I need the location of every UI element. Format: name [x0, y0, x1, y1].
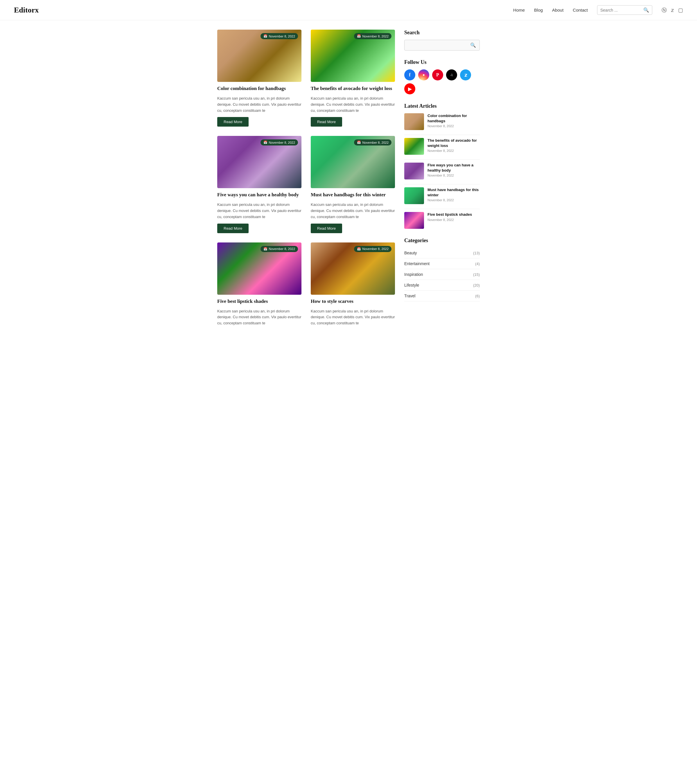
divider-3	[404, 209, 480, 209]
latest-thumb-4	[404, 212, 424, 229]
site-logo: Editorx	[14, 6, 39, 15]
latest-article-item-4: Five best lipstick shades November 8, 20…	[404, 212, 480, 229]
facebook-header-icon[interactable]: Ⓝ	[662, 7, 667, 14]
category-item-1[interactable]: Entertainment (4)	[404, 259, 480, 269]
latest-info-2: Five ways you can have a healthy body No…	[427, 163, 480, 177]
latest-articles-list: Color combination for handbags November …	[404, 113, 480, 229]
article-image-1: 📅 November 8, 2022	[217, 30, 302, 82]
twitter-icon[interactable]: 𝕫	[460, 69, 471, 81]
article-excerpt-5: Kaccum san pericula usu an, in pri dolor…	[217, 308, 302, 326]
category-count-1: (4)	[475, 262, 480, 266]
read-more-button-2[interactable]: Read More	[311, 117, 342, 127]
article-date-5: November 8, 2022	[269, 247, 295, 250]
category-item-3[interactable]: Lifestyle (20)	[404, 280, 480, 291]
nav-blog[interactable]: Blog	[534, 8, 543, 13]
content-area: 📅 November 8, 2022 Color combination for…	[217, 30, 395, 326]
article-excerpt-1: Kaccum san pericula usu an, in pri dolor…	[217, 96, 302, 114]
article-date-6: November 8, 2022	[363, 247, 389, 250]
instagram-icon[interactable]: ●	[418, 69, 429, 81]
latest-info-1: The benefits of avocado for weight loss …	[427, 138, 480, 152]
site-header: Editorx Home Blog About Contact 🔍 Ⓝ 𝕫 ▢	[0, 0, 697, 20]
youtube-icon[interactable]: ▶	[404, 83, 415, 94]
calendar-icon: 📅	[264, 247, 267, 251]
category-label-3: Lifestyle	[404, 283, 419, 287]
sidebar-latest-section: Latest Articles Color combination for ha…	[404, 103, 480, 229]
latest-article-item-1: The benefits of avocado for weight loss …	[404, 138, 480, 155]
latest-thumb-0	[404, 113, 424, 130]
article-date-badge-1: 📅 November 8, 2022	[260, 33, 298, 39]
sidebar: Search 🔍 Follow Us f ● P ♫ 𝕫 ▶ Latest Ar…	[404, 30, 480, 326]
article-card-3: 📅 November 8, 2022 Five ways you can hav…	[217, 136, 302, 233]
article-date-2: November 8, 2022	[363, 35, 389, 38]
sidebar-categories-title: Categories	[404, 237, 480, 244]
article-date-4: November 8, 2022	[363, 141, 389, 144]
sidebar-latest-title: Latest Articles	[404, 103, 480, 109]
sidebar-follow-section: Follow Us f ● P ♫ 𝕫 ▶	[404, 59, 480, 94]
article-title-6: How to style scarves	[311, 298, 395, 305]
article-excerpt-2: Kaccum san pericula usu an, in pri dolor…	[311, 96, 395, 114]
facebook-icon[interactable]: f	[404, 69, 415, 81]
latest-thumb-1	[404, 138, 424, 155]
read-more-button-1[interactable]: Read More	[217, 117, 249, 127]
tiktok-icon[interactable]: ♫	[446, 69, 457, 81]
latest-info-3: Must have handbags for this winter Novem…	[427, 187, 480, 202]
article-card-6: 📅 November 8, 2022 How to style scarves …	[311, 242, 395, 326]
category-label-0: Beauty	[404, 250, 417, 255]
article-title-2: The benefits of avocado for weight loss	[311, 86, 395, 92]
sidebar-search-box[interactable]: 🔍	[404, 40, 480, 51]
latest-thumb-2	[404, 163, 424, 180]
latest-title-2: Five ways you can have a healthy body	[427, 163, 480, 173]
latest-date-2: November 8, 2022	[427, 174, 480, 177]
latest-date-4: November 8, 2022	[427, 218, 472, 222]
article-card-1: 📅 November 8, 2022 Color combination for…	[217, 30, 302, 127]
instagram-header-icon[interactable]: ▢	[678, 7, 683, 13]
header-search[interactable]: 🔍	[597, 5, 652, 15]
article-title-5: Five best lipstick shades	[217, 298, 302, 305]
article-title-4: Must have handbags for this winter	[311, 192, 395, 198]
latest-title-3: Must have handbags for this winter	[427, 187, 480, 198]
article-image-6: 📅 November 8, 2022	[311, 242, 395, 295]
header-social-icons: Ⓝ 𝕫 ▢	[662, 7, 683, 14]
calendar-icon: 📅	[264, 34, 267, 38]
pinterest-icon[interactable]: P	[432, 69, 443, 81]
latest-thumb-3	[404, 187, 424, 204]
nav-about[interactable]: About	[552, 8, 564, 13]
sidebar-search-input[interactable]	[408, 43, 468, 48]
category-item-2[interactable]: Inspiration (15)	[404, 269, 480, 280]
category-item-0[interactable]: Beauty (13)	[404, 248, 480, 259]
header-search-input[interactable]	[600, 8, 641, 13]
nav-home[interactable]: Home	[513, 8, 525, 13]
article-image-5: 📅 November 8, 2022	[217, 242, 302, 295]
latest-title-0: Color combination for handbags	[427, 113, 480, 124]
article-card-4: 📅 November 8, 2022 Must have handbags fo…	[311, 136, 395, 233]
read-more-button-4[interactable]: Read More	[311, 224, 342, 233]
article-card-2: 📅 November 8, 2022 The benefits of avoca…	[311, 30, 395, 127]
search-icon: 🔍	[470, 43, 476, 48]
latest-title-1: The benefits of avocado for weight loss	[427, 138, 480, 148]
nav-contact[interactable]: Contact	[573, 8, 588, 13]
calendar-icon: 📅	[357, 247, 361, 251]
calendar-icon: 📅	[264, 140, 267, 144]
category-label-2: Inspiration	[404, 272, 423, 277]
search-icon: 🔍	[643, 7, 649, 13]
latest-date-1: November 8, 2022	[427, 149, 480, 152]
latest-article-item-3: Must have handbags for this winter Novem…	[404, 187, 480, 204]
category-label-1: Entertainment	[404, 261, 430, 266]
article-date-3: November 8, 2022	[269, 141, 295, 144]
article-date-badge-2: 📅 November 8, 2022	[354, 33, 392, 39]
category-label-4: Travel	[404, 293, 415, 298]
sidebar-search-title: Search	[404, 30, 480, 36]
article-date-badge-4: 📅 November 8, 2022	[354, 139, 392, 145]
twitter-header-icon[interactable]: 𝕫	[671, 7, 674, 13]
read-more-button-3[interactable]: Read More	[217, 224, 249, 233]
main-layout: 📅 November 8, 2022 Color combination for…	[203, 20, 494, 336]
category-item-4[interactable]: Travel (6)	[404, 291, 480, 301]
main-nav: Home Blog About Contact 🔍 Ⓝ 𝕫 ▢	[513, 5, 683, 15]
sidebar-search-section: Search 🔍	[404, 30, 480, 51]
article-date-badge-3: 📅 November 8, 2022	[260, 139, 298, 145]
article-image-3: 📅 November 8, 2022	[217, 136, 302, 188]
latest-date-0: November 8, 2022	[427, 124, 480, 128]
category-count-4: (6)	[475, 294, 480, 298]
article-image-4: 📅 November 8, 2022	[311, 136, 395, 188]
article-date-badge-5: 📅 November 8, 2022	[260, 246, 298, 252]
